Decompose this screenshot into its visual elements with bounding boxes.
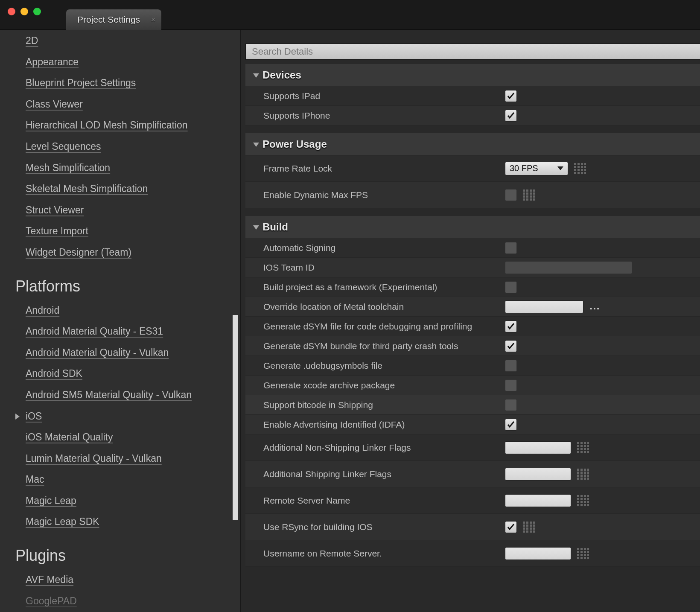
sidebar-item-magic-leap-sdk[interactable]: Magic Leap SDK <box>26 516 240 528</box>
search-input[interactable]: Search Details <box>245 44 700 60</box>
checkbox-build-framework[interactable] <box>505 281 517 293</box>
checkbox-use-rsync[interactable] <box>505 521 517 533</box>
sidebar-item-ios-material[interactable]: iOS Material Quality <box>26 431 240 443</box>
sidebar-item-mesh-simplification[interactable]: Mesh Simplification <box>26 162 240 174</box>
row-build-framework: Build project as a framework (Experiment… <box>245 277 700 297</box>
section-devices[interactable]: Devices <box>245 64 700 86</box>
property-label: Additional Non-Shipping Linker Flags <box>245 443 500 453</box>
row-udebugsymbols: Generate .udebugsymbols file <box>245 356 700 376</box>
details-padding <box>241 30 700 44</box>
property-label: Build project as a framework (Experiment… <box>245 282 500 292</box>
sidebar-item-googlepad[interactable]: GooglePAD <box>26 595 240 607</box>
reset-to-default-icon[interactable] <box>577 469 589 480</box>
property-label: Supports IPhone <box>245 111 500 121</box>
row-supports-iphone: Supports IPhone <box>245 106 700 125</box>
window-controls <box>8 8 41 15</box>
sidebar-item-struct-viewer[interactable]: Struct Viewer <box>26 204 240 216</box>
checkbox-bitcode[interactable] <box>505 399 517 411</box>
row-automatic-signing: Automatic Signing <box>245 238 700 258</box>
checkbox-xcode-archive[interactable] <box>505 379 517 391</box>
row-xcode-archive: Generate xcode archive package <box>245 376 700 395</box>
row-dsym-debug: Generate dSYM file for code debugging an… <box>245 317 700 336</box>
section-power-usage[interactable]: Power Usage <box>245 133 700 155</box>
property-label: Additional Shipping Linker Flags <box>245 469 500 479</box>
checkbox-supports-iphone[interactable] <box>505 110 517 122</box>
sidebar-item-android-sm5[interactable]: Android SM5 Material Quality - Vulkan <box>26 389 240 401</box>
sidebar-item-label: iOS <box>26 411 42 422</box>
sidebar-item-android-es31[interactable]: Android Material Quality - ES31 <box>26 326 240 338</box>
sidebar-item-widget-designer[interactable]: Widget Designer (Team) <box>26 247 240 259</box>
reset-to-default-icon[interactable] <box>577 442 589 453</box>
row-use-rsync: Use RSync for building IOS <box>245 514 700 540</box>
row-remote-user: Username on Remote Server. <box>245 540 700 567</box>
input-ios-team-id[interactable] <box>505 261 632 274</box>
property-label: Generate dSYM file for code debugging an… <box>245 321 500 332</box>
property-label: Override location of Metal toolchain <box>245 302 500 312</box>
reset-to-default-icon[interactable] <box>523 522 535 533</box>
sidebar-item-skeletal-mesh[interactable]: Skeletal Mesh Simplification <box>26 183 240 195</box>
row-bitcode: Support bitcode in Shipping <box>245 395 700 415</box>
input-nonship-linker[interactable] <box>505 441 571 454</box>
input-metal-toolchain[interactable] <box>505 300 583 313</box>
section-title: Build <box>262 221 288 233</box>
checkbox-udebugsymbols[interactable] <box>505 360 517 372</box>
minimize-window-icon[interactable] <box>20 8 28 15</box>
checkbox-dsym-bundle[interactable] <box>505 340 517 352</box>
input-remote-user[interactable] <box>505 547 571 560</box>
titlebar: Project Settings × <box>0 0 700 30</box>
row-nonship-linker: Additional Non-Shipping Linker Flags <box>245 434 700 461</box>
maximize-window-icon[interactable] <box>33 8 41 15</box>
sidebar-item-magic-leap[interactable]: Magic Leap <box>26 495 240 507</box>
sidebar-item-hlod[interactable]: Hierarchical LOD Mesh Simplification <box>26 119 240 131</box>
sidebar-item-android-vulkan[interactable]: Android Material Quality - Vulkan <box>26 347 240 359</box>
sidebar-item-level-sequences[interactable]: Level Sequences <box>26 141 240 153</box>
checkbox-automatic-signing[interactable] <box>505 242 517 254</box>
input-remote-server[interactable] <box>505 494 571 507</box>
checkbox-idfa[interactable] <box>505 419 517 431</box>
tab-project-settings[interactable]: Project Settings × <box>66 9 161 30</box>
row-ios-team-id: IOS Team ID <box>245 258 700 277</box>
sidebar-item-texture-import[interactable]: Texture Import <box>26 225 240 237</box>
property-label: Enable Dynamic Max FPS <box>245 190 500 200</box>
sidebar-item-ios[interactable]: iOS <box>26 411 240 423</box>
property-label: Support bitcode in Shipping <box>245 400 500 410</box>
row-metal-toolchain: Override location of Metal toolchain ... <box>245 297 700 317</box>
reset-to-default-icon[interactable] <box>577 548 589 559</box>
sidebar-item-mac[interactable]: Mac <box>26 474 240 486</box>
property-label: Generate dSYM bundle for third party cra… <box>245 341 500 351</box>
reset-to-default-icon[interactable] <box>574 163 586 174</box>
browse-button[interactable]: ... <box>589 300 600 314</box>
scrollbar-thumb[interactable] <box>233 315 238 520</box>
checkbox-dsym-debug[interactable] <box>505 321 517 332</box>
sidebar-item-appearance[interactable]: Appearance <box>26 56 240 68</box>
section-build[interactable]: Build <box>245 216 700 238</box>
sidebar-item-class-viewer[interactable]: Class Viewer <box>26 99 240 111</box>
sidebar-item-lumin[interactable]: Lumin Material Quality - Vulkan <box>26 453 240 465</box>
tab-title: Project Settings <box>77 15 140 25</box>
row-dynamic-max-fps: Enable Dynamic Max FPS <box>245 182 700 208</box>
checkbox-supports-ipad[interactable] <box>505 90 517 102</box>
property-label: Frame Rate Lock <box>245 163 500 174</box>
row-supports-ipad: Supports IPad <box>245 86 700 106</box>
section-title: Power Usage <box>262 138 327 150</box>
dropdown-value: 30 FPS <box>510 163 538 173</box>
close-window-icon[interactable] <box>8 8 15 15</box>
sidebar-item-2d[interactable]: 2D <box>26 35 240 47</box>
property-label: Automatic Signing <box>245 243 500 253</box>
search-placeholder: Search Details <box>252 46 313 57</box>
sidebar-item-avf-media[interactable]: AVF Media <box>26 574 240 586</box>
sidebar-item-blueprint[interactable]: Blueprint Project Settings <box>26 77 240 89</box>
dropdown-frame-rate-lock[interactable]: 30 FPS <box>505 162 568 175</box>
tab-close-icon[interactable]: × <box>151 15 156 24</box>
reset-to-default-icon[interactable] <box>523 189 535 201</box>
sidebar-section-plugins: Plugins <box>15 547 240 565</box>
sidebar: 2D Appearance Blueprint Project Settings… <box>0 30 241 612</box>
input-ship-linker[interactable] <box>505 468 571 481</box>
details-panel: Search Details Devices Supports IPad Sup… <box>241 30 700 612</box>
property-label: Generate .udebugsymbols file <box>245 361 500 371</box>
reset-to-default-icon[interactable] <box>577 495 589 506</box>
sidebar-item-android[interactable]: Android <box>26 305 240 317</box>
checkbox-dynamic-max-fps[interactable] <box>505 189 517 201</box>
sidebar-item-android-sdk[interactable]: Android SDK <box>26 368 240 380</box>
details-body: Devices Supports IPad Supports IPhone Po… <box>241 60 700 612</box>
